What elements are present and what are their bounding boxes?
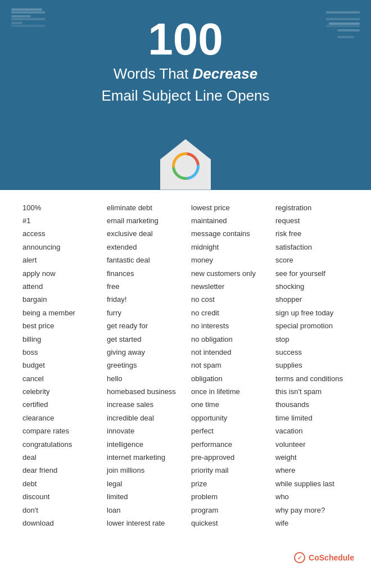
column-col4: registrationrequestrisk freesatisfaction…	[270, 201, 354, 530]
word-item: join millions	[107, 464, 180, 477]
word-item: best price	[22, 319, 96, 332]
word-item: program	[191, 504, 264, 517]
word-item: internet marketing	[107, 451, 180, 464]
word-item: #1	[22, 214, 96, 227]
word-item: hello	[107, 372, 180, 385]
word-item: money	[191, 254, 264, 266]
word-item: special promotion	[275, 319, 349, 332]
word-item: limited	[107, 490, 180, 503]
word-item: announcing	[22, 241, 96, 254]
word-item: wife	[275, 517, 349, 530]
word-item: new customers only	[191, 267, 264, 280]
header: 100 Words That Decrease Email Subject Li…	[0, 0, 371, 190]
word-item: thousands	[275, 398, 349, 411]
word-item: deal	[22, 451, 96, 464]
word-item: no credit	[191, 306, 264, 319]
word-item: opportunity	[191, 411, 264, 424]
word-item: not spam	[191, 359, 264, 372]
word-item: where	[275, 464, 349, 477]
word-item: weight	[275, 451, 349, 464]
word-item: budget	[22, 359, 96, 372]
word-item: fantastic deal	[107, 254, 180, 266]
word-item: 100%	[22, 201, 96, 214]
word-item: performance	[191, 438, 264, 451]
word-item: request	[275, 214, 349, 227]
word-item: get ready for	[107, 319, 180, 332]
word-item: obligation	[191, 372, 264, 385]
word-item: incredible deal	[107, 411, 180, 424]
word-item: volunteer	[275, 438, 349, 451]
word-item: problem	[191, 490, 264, 503]
word-item: apply now	[22, 267, 96, 280]
word-item: email marketing	[107, 214, 180, 227]
word-item: why pay more?	[275, 504, 349, 517]
word-item: stop	[275, 333, 349, 346]
word-item: one time	[191, 398, 264, 411]
word-item: access	[22, 227, 96, 240]
word-item: see for yourself	[275, 267, 349, 280]
word-item: legal	[107, 477, 180, 490]
word-item: loan	[107, 504, 180, 517]
word-list: 100%#1accessannouncingalertapply nowatte…	[0, 168, 371, 547]
word-item: this isn't spam	[275, 385, 349, 398]
word-item: greetings	[107, 359, 180, 372]
footer: ✓ CoSchedule	[0, 546, 371, 575]
word-item: download	[22, 517, 96, 530]
word-item: boss	[22, 346, 96, 359]
word-item: shopper	[275, 293, 349, 306]
word-item: quickest	[191, 517, 264, 530]
word-item: clearance	[22, 411, 96, 424]
word-item: free	[107, 280, 180, 293]
word-item: discount	[22, 490, 96, 503]
word-item: being a member	[22, 306, 96, 319]
column-col1: 100%#1accessannouncingalertapply nowatte…	[17, 201, 101, 530]
word-item: celebrity	[22, 385, 96, 398]
word-item: message contains	[191, 227, 264, 240]
word-item: exclusive deal	[107, 227, 180, 240]
word-item: lower interest rate	[107, 517, 180, 530]
word-item: congratulations	[22, 438, 96, 451]
word-item: priority mail	[191, 464, 264, 477]
word-item: dear friend	[22, 464, 96, 477]
word-item: innovate	[107, 424, 180, 437]
word-item: no interests	[191, 319, 264, 332]
word-item: time limited	[275, 411, 349, 424]
word-item: finances	[107, 267, 180, 280]
word-item: terms and conditions	[275, 372, 349, 385]
word-item: debt	[22, 477, 96, 490]
word-item: registration	[275, 201, 349, 214]
word-item: attend	[22, 280, 96, 293]
column-col3: lowest pricemaintainedmessage containsmi…	[186, 201, 270, 530]
word-item: vacation	[275, 424, 349, 437]
word-item: intelligence	[107, 438, 180, 451]
word-item: success	[275, 346, 349, 359]
coschedule-logo: ✓ CoSchedule	[294, 552, 354, 563]
word-item: extended	[107, 241, 180, 254]
word-item: lowest price	[191, 201, 264, 214]
brand-name: CoSchedule	[309, 553, 354, 562]
word-item: not intended	[191, 346, 264, 359]
word-item: prize	[191, 477, 264, 490]
word-item: billing	[22, 333, 96, 346]
word-item: giving away	[107, 346, 180, 359]
word-item: homebased business	[107, 385, 180, 398]
word-item: perfect	[191, 424, 264, 437]
word-item: score	[275, 254, 349, 266]
word-item: shocking	[275, 280, 349, 293]
coschedule-icon: ✓	[294, 552, 305, 563]
word-item: pre-approved	[191, 451, 264, 464]
word-item: maintained	[191, 214, 264, 227]
word-item: risk free	[275, 227, 349, 240]
word-item: supplies	[275, 359, 349, 372]
word-item: no obligation	[191, 333, 264, 346]
word-item: satisfaction	[275, 241, 349, 254]
word-item: while supplies last	[275, 477, 349, 490]
word-item: don't	[22, 504, 96, 517]
word-item: bargain	[22, 293, 96, 306]
word-item: increase sales	[107, 398, 180, 411]
logo-house	[160, 139, 211, 190]
word-item: cancel	[22, 372, 96, 385]
word-item: furry	[107, 306, 180, 319]
word-item: compare rates	[22, 424, 96, 437]
word-item: who	[275, 490, 349, 503]
